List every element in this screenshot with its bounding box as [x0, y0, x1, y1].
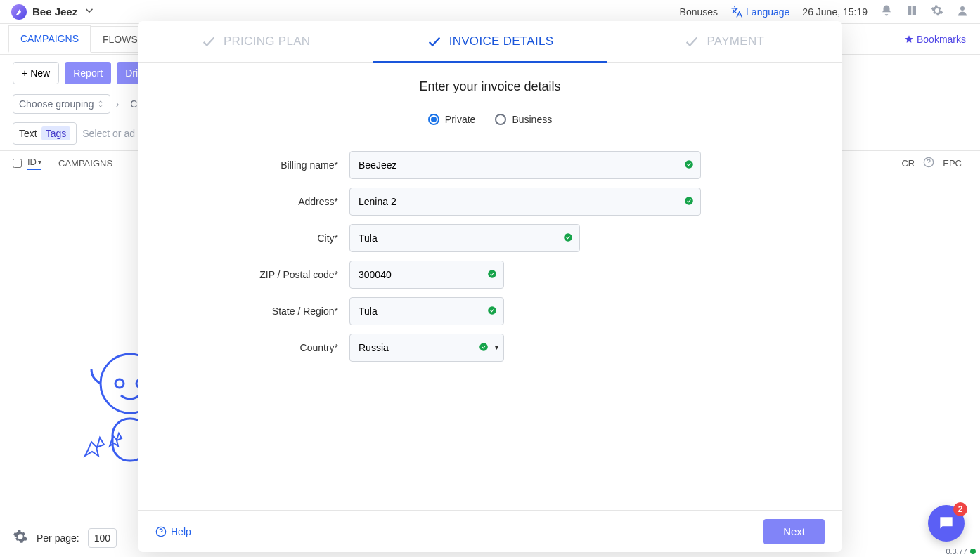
divider [161, 138, 819, 138]
check-circle-icon [479, 342, 489, 352]
next-button[interactable]: Next [763, 519, 825, 544]
check-icon [684, 34, 699, 49]
check-circle-icon [563, 232, 573, 242]
input-state[interactable] [349, 297, 504, 325]
label-country: Country* [138, 342, 349, 353]
label-zip: ZIP / Postal code* [138, 269, 349, 280]
modal-footer: Help Next [138, 510, 842, 552]
chat-icon [937, 514, 955, 532]
step-pricing-plan[interactable]: PRICING PLAN [138, 21, 373, 62]
input-address[interactable] [349, 188, 701, 216]
modal-backdrop: PRICING PLAN INVOICE DETAILS PAYMENT Ent… [0, 0, 980, 557]
chat-button[interactable]: 2 [928, 505, 965, 542]
check-icon [201, 34, 217, 49]
check-circle-icon [684, 159, 694, 169]
svg-point-12 [488, 306, 496, 315]
radio-business[interactable]: Business [495, 114, 552, 125]
modal-title: Enter your invoice details [138, 79, 842, 94]
modal-stepper: PRICING PLAN INVOICE DETAILS PAYMENT [138, 21, 842, 63]
svg-point-13 [479, 343, 488, 351]
chevron-down-icon: ▾ [495, 343, 498, 351]
svg-point-10 [564, 233, 572, 242]
radio-unchecked-icon [495, 114, 506, 125]
input-zip[interactable] [349, 261, 504, 289]
check-circle-icon [487, 269, 497, 279]
label-address: Address* [138, 196, 349, 207]
input-city[interactable] [349, 224, 580, 252]
check-circle-icon [487, 306, 497, 315]
step-invoice-details[interactable]: INVOICE DETAILS [373, 21, 607, 62]
svg-point-11 [488, 270, 496, 278]
help-circle-icon [155, 526, 167, 537]
account-type-radio: Private Business [138, 108, 842, 138]
modal-body: Enter your invoice details Private Busin… [138, 63, 842, 510]
step-payment[interactable]: PAYMENT [607, 21, 842, 62]
chat-badge: 2 [953, 502, 967, 516]
svg-point-9 [685, 197, 693, 205]
check-icon [427, 34, 442, 49]
label-billing-name: Billing name* [138, 159, 349, 171]
check-circle-icon [684, 196, 694, 206]
invoice-modal: PRICING PLAN INVOICE DETAILS PAYMENT Ent… [138, 21, 842, 552]
help-link[interactable]: Help [155, 526, 191, 537]
radio-checked-icon [428, 114, 439, 125]
input-billing-name[interactable] [349, 151, 701, 179]
radio-private[interactable]: Private [428, 114, 476, 125]
label-state: State / Region* [138, 306, 349, 317]
svg-point-8 [685, 160, 693, 169]
label-city: City* [138, 232, 349, 244]
